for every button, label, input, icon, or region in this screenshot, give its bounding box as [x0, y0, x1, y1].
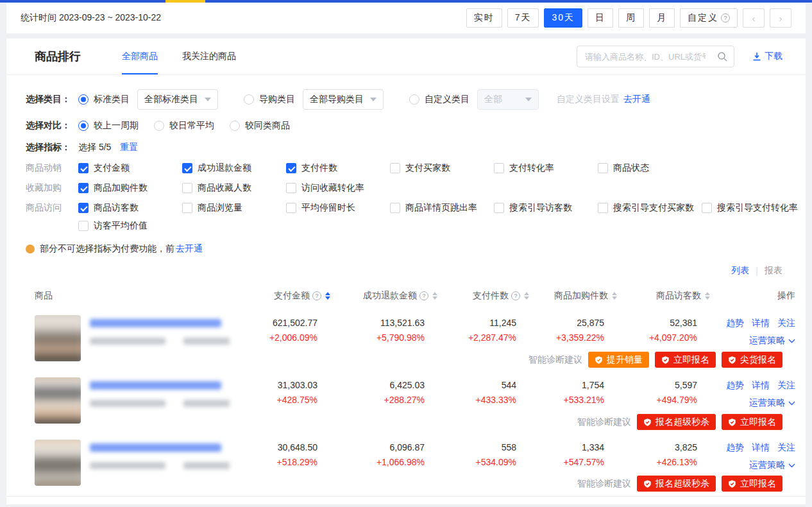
- metric-checkbox[interactable]: 访客平均价值: [78, 220, 148, 232]
- checkbox-icon: [390, 163, 400, 173]
- pay-amount-cell: 621,502.77+2,006.09%: [227, 315, 330, 372]
- trend-link[interactable]: 趋势: [726, 442, 744, 454]
- metric-checkbox[interactable]: 商品收藏人数: [182, 182, 286, 194]
- view-report-button[interactable]: 报表: [765, 265, 782, 277]
- column-header-cart-items[interactable]: 商品加购件数: [529, 290, 617, 302]
- follow-link[interactable]: 关注: [777, 380, 795, 391]
- product-image[interactable]: [35, 315, 81, 361]
- trend-link[interactable]: 趋势: [726, 380, 744, 391]
- column-header-pay-amount[interactable]: 支付金额 ?: [227, 290, 330, 302]
- detail-link[interactable]: 详情: [752, 380, 770, 391]
- follow-link[interactable]: 关注: [777, 442, 795, 454]
- detail-link[interactable]: 详情: [752, 442, 770, 454]
- product-name-blurred[interactable]: [90, 443, 221, 452]
- product-cell: [35, 315, 227, 372]
- metric-checkbox[interactable]: 访问收藏转化率: [286, 182, 364, 194]
- product-name-blurred[interactable]: [90, 319, 221, 327]
- range-7day-button[interactable]: 7天: [507, 8, 539, 28]
- custom-category-settings-label: 自定义类目设置: [557, 94, 620, 105]
- range-month-button[interactable]: 月: [649, 8, 675, 28]
- metric-checkbox[interactable]: 商品加购件数: [78, 182, 182, 194]
- tab-followed-products[interactable]: 我关注的商品: [182, 39, 236, 74]
- radio-standard-category[interactable]: 标准类目: [78, 94, 130, 105]
- view-list-button[interactable]: 列表: [731, 265, 749, 277]
- column-header-refund-amount[interactable]: 成功退款金额 ?: [330, 290, 437, 302]
- search-input[interactable]: [577, 47, 706, 66]
- notice-activate-link[interactable]: 去开通: [176, 243, 203, 255]
- radio-vs-daily-average[interactable]: 较日常平均: [154, 120, 214, 132]
- metric-checkbox[interactable]: 成功退款金额: [182, 162, 286, 174]
- help-icon: ?: [419, 291, 428, 300]
- checkbox-icon: [78, 183, 89, 193]
- radio-icon: [154, 121, 164, 131]
- chevron-down-icon: [205, 98, 211, 101]
- range-30day-button[interactable]: 30天: [544, 8, 582, 28]
- top-accent-bar: [0, 0, 812, 3]
- metric-checkbox[interactable]: 搜索引导支付买家数: [598, 202, 702, 214]
- tab-all-products[interactable]: 全部商品: [122, 39, 158, 74]
- strategy-dropdown[interactable]: 运营策略: [749, 460, 795, 471]
- next-period-button[interactable]: ›: [770, 8, 791, 28]
- activate-category-link[interactable]: 去开通: [623, 94, 650, 105]
- column-header-pay-items[interactable]: 支付件数 ?: [437, 290, 529, 302]
- range-realtime-button[interactable]: 实时: [466, 8, 502, 28]
- metric-checkbox[interactable]: 搜索引导支付转化率: [702, 202, 798, 214]
- table-row: 30,648.50+518.29% 6,096.87+1,066.98% 558…: [6, 434, 806, 497]
- metrics-reset-link[interactable]: 重置: [120, 142, 138, 153]
- metric-checkbox[interactable]: 支付买家数: [390, 162, 494, 174]
- strategy-dropdown[interactable]: 运营策略: [749, 335, 795, 347]
- checkbox-icon: [78, 203, 89, 213]
- trend-link[interactable]: 趋势: [726, 318, 744, 329]
- badge-flash-sale-signup[interactable]: 报名超级秒杀: [637, 476, 716, 492]
- pay-amount-cell: 30,648.50+518.29%: [227, 440, 330, 496]
- sort-icon[interactable]: [524, 292, 529, 300]
- sort-icon[interactable]: [325, 292, 330, 300]
- strategy-dropdown[interactable]: 运营策略: [749, 397, 795, 409]
- radio-vs-previous-period[interactable]: 较上一周期: [78, 120, 139, 132]
- search-icon[interactable]: [717, 51, 727, 62]
- radio-icon: [230, 121, 240, 131]
- product-search-box: [577, 46, 734, 67]
- product-image[interactable]: [35, 440, 81, 486]
- detail-link[interactable]: 详情: [752, 318, 770, 329]
- metric-checkbox[interactable]: 支付件数: [286, 162, 390, 174]
- sort-icon[interactable]: [432, 292, 437, 300]
- guide-category-select[interactable]: 全部导购类目: [303, 89, 384, 110]
- metric-checkbox[interactable]: 商品详情页跳出率: [390, 202, 494, 214]
- column-header-visitors[interactable]: 商品访客数: [617, 290, 710, 302]
- badge-boost-sales[interactable]: 提升销量: [588, 352, 649, 368]
- metric-checkbox[interactable]: 支付转化率: [494, 162, 598, 174]
- badge-signup-now[interactable]: 立即报名: [655, 352, 716, 368]
- sort-icon[interactable]: [612, 292, 617, 300]
- badge-signup-now[interactable]: 立即报名: [722, 414, 782, 430]
- badge-top-goods-signup[interactable]: 尖货报名: [722, 352, 782, 368]
- chevron-down-icon: [370, 98, 376, 101]
- range-day-button[interactable]: 日: [588, 8, 613, 28]
- product-name-blurred[interactable]: [90, 381, 221, 390]
- metric-checkbox[interactable]: 平均停留时长: [286, 202, 390, 214]
- radio-vs-similar-products[interactable]: 较同类商品: [230, 120, 290, 132]
- prev-period-button[interactable]: ‹: [743, 8, 765, 28]
- radio-custom-category[interactable]: 自定义类目: [409, 94, 469, 105]
- standard-category-select[interactable]: 全部标准类目: [137, 89, 218, 110]
- product-meta: [90, 315, 230, 372]
- sort-icon[interactable]: [705, 292, 710, 300]
- range-custom-button[interactable]: 自定义 ?: [680, 8, 738, 28]
- metric-group-sales: 商品动销 支付金额 成功退款金额 支付件数 支付买家数 支付转化率 商品状态: [26, 162, 782, 174]
- product-image[interactable]: [35, 377, 81, 424]
- metric-group-favorites: 收藏加购 商品加购件数 商品收藏人数 访问收藏转化率: [26, 182, 782, 194]
- metric-checkbox[interactable]: 搜索引导访客数: [494, 202, 598, 214]
- badge-flash-sale-signup[interactable]: 报名超级秒杀: [637, 414, 716, 430]
- metric-checkbox[interactable]: 支付金额: [78, 162, 182, 174]
- badge-signup-now[interactable]: 立即报名: [722, 476, 782, 492]
- radio-icon: [78, 121, 89, 131]
- metric-checkbox[interactable]: 商品状态: [598, 162, 649, 174]
- range-week-button[interactable]: 周: [618, 8, 644, 28]
- metric-checkbox[interactable]: 商品浏览量: [182, 202, 286, 214]
- metric-checkbox[interactable]: 商品访客数: [78, 202, 182, 214]
- view-switch: 列表 | 报表: [6, 255, 806, 277]
- radio-guide-category[interactable]: 导购类目: [244, 94, 295, 105]
- download-button[interactable]: 下载: [752, 51, 782, 62]
- metric-group-visits: 商品访问 商品访客数 商品浏览量 平均停留时长 商品详情页跳出率 搜索引导访客数…: [26, 202, 782, 214]
- follow-link[interactable]: 关注: [777, 318, 795, 329]
